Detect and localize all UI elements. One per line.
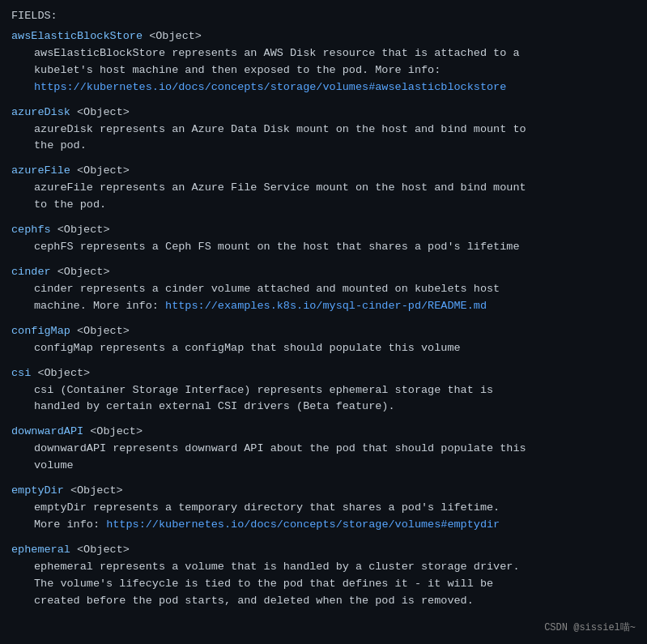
watermark: CSDN @sissiel喵~ (544, 621, 636, 636)
field-desc-line: volume (11, 458, 636, 475)
field-name: cinder (11, 266, 51, 278)
field-desc-line: downwardAPI represents downward API abou… (11, 441, 636, 458)
field-desc-line: machine. More info: https://examples.k8s… (11, 298, 636, 315)
field-block: configMap <Object>configMap represents a… (11, 323, 636, 357)
fields-label: FIELDS: (11, 8, 636, 25)
field-desc-line: ephemeral represents a volume that is ha… (11, 559, 636, 576)
field-link[interactable]: https://examples.k8s.io/mysql-cinder-pd/… (165, 300, 487, 312)
field-type: <Object> (31, 367, 90, 379)
field-name: awsElasticBlockStore (11, 30, 143, 42)
field-name: emptyDir (11, 484, 64, 497)
field-header: downwardAPI <Object> (11, 424, 636, 441)
field-block: ephemeral <Object>ephemeral represents a… (11, 542, 636, 610)
field-block: cephfs <Object>cephFS represents a Ceph … (11, 222, 636, 256)
field-block: azureFile <Object>azureFile represents a… (11, 163, 636, 214)
field-block: azureDisk <Object>azureDisk represents a… (11, 104, 636, 156)
field-type: <Object> (51, 266, 110, 278)
field-header: azureDisk <Object> (11, 104, 636, 122)
field-link[interactable]: https://kubernetes.io/docs/concepts/stor… (34, 81, 506, 93)
field-block: awsElasticBlockStore <Object>awsElasticB… (11, 28, 636, 96)
field-type: <Object> (70, 544, 130, 556)
field-desc-line: configMap represents a configMap that sh… (11, 340, 636, 357)
field-header: azureFile <Object> (11, 163, 636, 180)
field-desc-line: created before the pod starts, and delet… (11, 593, 636, 610)
field-desc-line: awsElasticBlockStore represents an AWS D… (11, 45, 636, 62)
field-type: <Object> (70, 325, 130, 337)
field-type: <Object> (70, 106, 130, 118)
field-desc-line: to the pod. (11, 197, 636, 214)
field-desc-line: emptyDir represents a temporary director… (11, 500, 636, 517)
field-desc-line: csi (Container Storage Interface) repres… (11, 382, 636, 399)
field-desc-line: cephFS represents a Ceph FS mount on the… (11, 239, 636, 256)
field-header: cinder <Object> (11, 264, 636, 281)
field-header: awsElasticBlockStore <Object> (11, 28, 636, 45)
field-desc-line: the pod. (11, 138, 636, 155)
field-header: ephemeral <Object> (11, 542, 636, 559)
field-desc-line: azureFile represents an Azure File Servi… (11, 180, 636, 197)
field-block: emptyDir <Object>emptyDir represents a t… (11, 483, 636, 534)
field-desc-line: More info: https://kubernetes.io/docs/co… (11, 517, 636, 534)
field-header: emptyDir <Object> (11, 483, 636, 500)
field-name: csi (11, 367, 31, 379)
fields-container: awsElasticBlockStore <Object>awsElasticB… (11, 28, 636, 610)
field-block: downwardAPI <Object>downwardAPI represen… (11, 424, 636, 475)
field-desc-line: azureDisk represents an Azure Data Disk … (11, 122, 636, 139)
field-header: csi <Object> (11, 365, 636, 382)
field-name: azureFile (11, 164, 70, 177)
field-header: configMap <Object> (11, 323, 636, 340)
field-type: <Object> (143, 30, 202, 42)
field-header: cephfs <Object> (11, 222, 636, 239)
field-name: azureDisk (11, 106, 70, 118)
field-link[interactable]: https://kubernetes.io/docs/concepts/stor… (106, 518, 500, 531)
field-name: configMap (11, 325, 70, 337)
field-block: cinder <Object>cinder represents a cinde… (11, 264, 636, 315)
field-name: cephfs (11, 224, 51, 236)
field-name: ephemeral (11, 544, 70, 556)
field-desc-line: kubelet's host machine and then exposed … (11, 62, 636, 79)
field-type: <Object> (83, 425, 143, 437)
field-desc-line: handled by certain external CSI drivers … (11, 399, 636, 416)
field-type: <Object> (64, 484, 123, 497)
field-name: downwardAPI (11, 425, 83, 437)
field-desc-line: https://kubernetes.io/docs/concepts/stor… (11, 79, 636, 96)
field-desc-line: cinder represents a cinder volume attach… (11, 281, 636, 298)
field-block: csi <Object>csi (Container Storage Inter… (11, 365, 636, 416)
field-desc-line: The volume's lifecycle is tied to the po… (11, 576, 636, 593)
field-type: <Object> (51, 224, 110, 236)
field-type: <Object> (70, 164, 130, 177)
